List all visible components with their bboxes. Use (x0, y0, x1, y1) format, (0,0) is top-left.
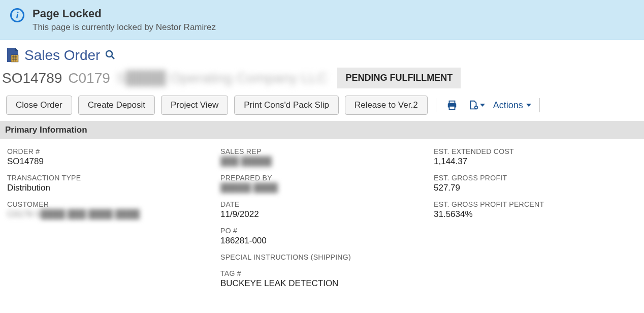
add-doc-icon[interactable] (466, 98, 487, 113)
print-pack-slip-button[interactable]: Print Cons'd Pack Slip (234, 96, 339, 115)
value[interactable]: C0179 S████ ███ ████ ████ (7, 209, 210, 220)
field-po-num: PO # 186281-000 (220, 227, 424, 246)
release-ver2-button[interactable]: Release to Ver.2 (345, 96, 428, 115)
value: 31.5634% (434, 209, 637, 220)
svg-rect-0 (11, 55, 18, 62)
status-badge: PENDING FULFILLMENT (337, 68, 461, 88)
svg-line-7 (112, 56, 114, 59)
label: PO # (220, 227, 424, 235)
page-header: Sales Order (0, 40, 644, 68)
label: ORDER # (7, 147, 210, 155)
value: █████ ████ (220, 183, 424, 193)
actions-dropdown[interactable]: Actions (493, 100, 531, 111)
lock-message: This page is currently locked by Nestor … (33, 22, 634, 33)
print-icon[interactable] (444, 98, 460, 113)
label: EST. GROSS PROFIT PERCENT (434, 200, 637, 208)
label: SALES REP (220, 147, 424, 155)
page-title: Sales Order (24, 47, 100, 64)
svg-rect-8 (449, 101, 455, 104)
chevron-down-icon (480, 104, 485, 107)
sales-order-doc-icon (6, 48, 19, 63)
customer-name-redacted: S████ Operating Company LLC (116, 70, 328, 86)
value: ███ █████ (220, 156, 424, 167)
label: TAG # (220, 269, 424, 277)
field-est-extended-cost: EST. EXTENDED COST 1,144.37 (434, 147, 637, 167)
value: SO14789 (7, 156, 210, 167)
lock-banner: i Page Locked This page is currently loc… (0, 0, 644, 40)
actions-label: Actions (493, 100, 523, 111)
project-view-button[interactable]: Project View (161, 96, 228, 115)
value: BUCKEYE LEAK DETECTION (220, 278, 424, 289)
value: 527.79 (434, 183, 637, 193)
field-sales-rep: SALES REP ███ █████ (220, 147, 424, 167)
field-est-gross-profit-pct: EST. GROSS PROFIT PERCENT 31.5634% (434, 200, 637, 220)
field-est-gross-profit: EST. GROSS PROFIT 527.79 (434, 174, 637, 193)
svg-point-6 (106, 51, 112, 57)
label: SPECIAL INSTRUCTIONS (SHIPPING) (220, 253, 424, 261)
label: EST. GROSS PROFIT (434, 174, 637, 182)
svg-rect-10 (449, 106, 455, 109)
subhead: SO14789 C0179 S████ Operating Company LL… (0, 68, 644, 95)
toolbar-divider (436, 98, 436, 112)
value: Distribution (7, 183, 210, 193)
search-icon[interactable] (105, 50, 115, 61)
field-transaction-type: TRANSACTION TYPE Distribution (7, 174, 210, 193)
field-special-instructions: SPECIAL INSTRUCTIONS (SHIPPING) (220, 253, 424, 262)
customer-code: C0179 (68, 70, 110, 86)
field-customer: CUSTOMER C0179 S████ ███ ████ ████ (7, 200, 210, 220)
order-id: SO14789 (2, 70, 62, 86)
value: 11/9/2022 (220, 209, 424, 220)
toolbar: Close Order Create Deposit Project View … (0, 95, 644, 121)
info-icon: i (10, 8, 24, 22)
primary-info-grid: ORDER # SO14789 TRANSACTION TYPE Distrib… (0, 139, 644, 297)
create-deposit-button[interactable]: Create Deposit (78, 96, 155, 115)
toolbar-divider (539, 98, 540, 112)
label: DATE (220, 200, 424, 208)
field-date: DATE 11/9/2022 (220, 200, 424, 220)
field-order-num: ORDER # SO14789 (7, 147, 210, 167)
close-order-button[interactable]: Close Order (6, 96, 72, 115)
label: PREPARED BY (220, 174, 424, 182)
value: 1,144.37 (434, 156, 637, 167)
value: 186281-000 (220, 236, 424, 246)
label: TRANSACTION TYPE (7, 174, 210, 182)
field-prepared-by: PREPARED BY █████ ████ (220, 174, 424, 193)
label: CUSTOMER (7, 200, 210, 208)
chevron-down-icon (526, 104, 531, 107)
section-primary-info: Primary Information (0, 121, 644, 139)
lock-title: Page Locked (33, 7, 634, 20)
label: EST. EXTENDED COST (434, 147, 637, 155)
field-tag-num: TAG # BUCKEYE LEAK DETECTION (220, 269, 424, 289)
